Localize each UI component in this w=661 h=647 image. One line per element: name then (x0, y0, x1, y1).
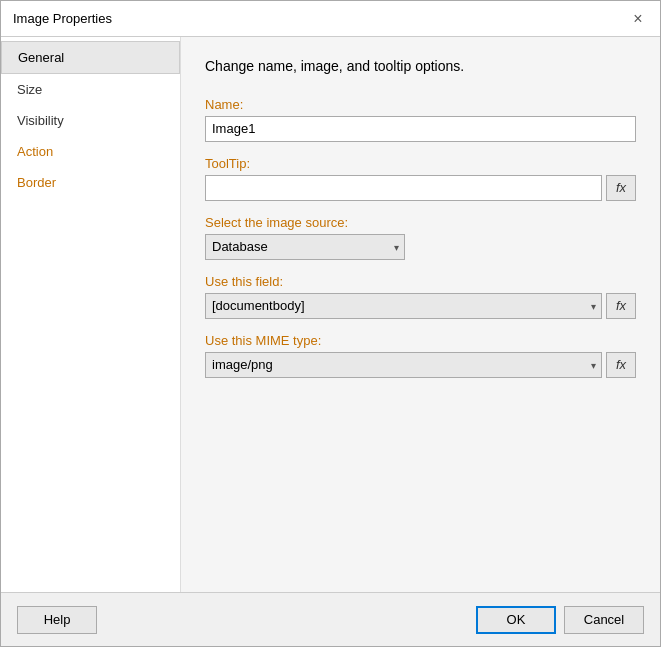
image-source-wrapper: Database External Embedded ▾ (205, 234, 405, 260)
use-field-group: Use this field: [documentbody] ▾ fx (205, 274, 636, 319)
help-button[interactable]: Help (17, 606, 97, 634)
image-source-select[interactable]: Database External Embedded (205, 234, 405, 260)
image-properties-dialog: Image Properties × General Size Visibili… (0, 0, 661, 647)
tooltip-row: fx (205, 175, 636, 201)
image-source-field-group: Select the image source: Database Extern… (205, 215, 636, 260)
mime-type-select[interactable]: image/png image/jpeg image/gif (205, 352, 602, 378)
sidebar-item-general[interactable]: General (1, 41, 180, 74)
dialog-title: Image Properties (13, 11, 112, 26)
use-field-label: Use this field: (205, 274, 636, 289)
name-input[interactable] (205, 116, 636, 142)
name-field-group: Name: (205, 97, 636, 142)
title-bar: Image Properties × (1, 1, 660, 37)
use-field-select[interactable]: [documentbody] (205, 293, 602, 319)
description-text: Change name, image, and tooltip options. (205, 57, 636, 77)
sidebar-item-visibility[interactable]: Visibility (1, 105, 180, 136)
use-field-row: [documentbody] ▾ fx (205, 293, 636, 319)
tooltip-field-group: ToolTip: fx (205, 156, 636, 201)
sidebar: General Size Visibility Action Border (1, 37, 181, 592)
cancel-button[interactable]: Cancel (564, 606, 644, 634)
main-content: Change name, image, and tooltip options.… (181, 37, 660, 592)
mime-type-wrapper: image/png image/jpeg image/gif ▾ (205, 352, 602, 378)
name-label: Name: (205, 97, 636, 112)
ok-button[interactable]: OK (476, 606, 556, 634)
close-button[interactable]: × (628, 9, 648, 29)
tooltip-input[interactable] (205, 175, 602, 201)
tooltip-fx-button[interactable]: fx (606, 175, 636, 201)
sidebar-item-size[interactable]: Size (1, 74, 180, 105)
sidebar-item-action[interactable]: Action (1, 136, 180, 167)
use-field-wrapper: [documentbody] ▾ (205, 293, 602, 319)
dialog-footer: Help OK Cancel (1, 592, 660, 646)
image-source-label: Select the image source: (205, 215, 636, 230)
mime-type-label: Use this MIME type: (205, 333, 636, 348)
dialog-body: General Size Visibility Action Border Ch… (1, 37, 660, 592)
mime-type-field-group: Use this MIME type: image/png image/jpeg… (205, 333, 636, 378)
footer-right: OK Cancel (476, 606, 644, 634)
use-field-fx-button[interactable]: fx (606, 293, 636, 319)
tooltip-label: ToolTip: (205, 156, 636, 171)
mime-type-fx-button[interactable]: fx (606, 352, 636, 378)
mime-type-row: image/png image/jpeg image/gif ▾ fx (205, 352, 636, 378)
sidebar-item-border[interactable]: Border (1, 167, 180, 198)
